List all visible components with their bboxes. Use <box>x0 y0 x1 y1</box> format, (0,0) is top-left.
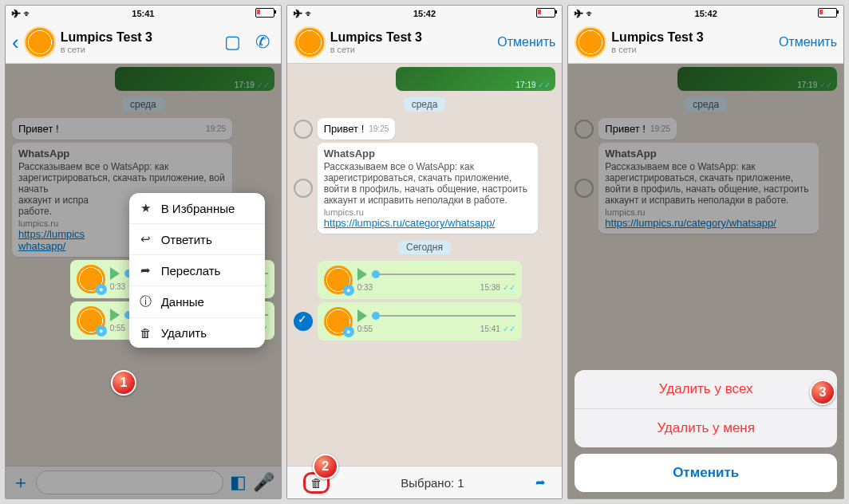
greeting-message[interactable]: Привет !19:25 <box>318 118 396 140</box>
day-separator: среда <box>122 97 164 112</box>
image-message[interactable]: 17:19 ✓✓ <box>396 67 555 91</box>
link[interactable]: https://lumpics whatsapp/ <box>18 228 85 252</box>
avatar[interactable] <box>575 26 606 58</box>
mic-icon: ● <box>96 325 107 337</box>
step-badge-1: 1 <box>111 370 136 396</box>
mic-icon: ● <box>343 326 354 337</box>
play-icon[interactable] <box>357 268 367 281</box>
forward-icon: ➦ <box>139 263 153 278</box>
select-radio[interactable] <box>575 179 594 198</box>
menu-delete[interactable]: 🗑Удалить <box>129 318 265 348</box>
sheet-cancel[interactable]: Отменить <box>575 454 837 492</box>
link[interactable]: https://lumpics.ru/category/whatsapp/ <box>324 217 496 229</box>
screen-3: ✈ ᯤ 15:42 Lumpics Test 3 в сети Отменить… <box>567 5 844 499</box>
image-message[interactable]: 17:19 ✓✓ <box>677 67 837 91</box>
camera-icon[interactable]: ◧ <box>230 472 247 493</box>
voice-avatar: ● <box>324 307 353 336</box>
status-bar: ✈ ᯤ 15:41 <box>6 6 281 22</box>
chat-header: ‹ Lumpics Test 3 в сети ▢ ✆ <box>6 22 281 64</box>
select-radio[interactable] <box>294 179 313 198</box>
contact-title[interactable]: Lumpics Test 3 в сети <box>330 30 493 54</box>
chat-area: 17:19 ✓✓ среда Привет !19:25 WhatsApp Ра… <box>287 64 563 466</box>
contact-title[interactable]: Lumpics Test 3 в сети <box>61 30 215 54</box>
info-icon: ⓘ <box>139 294 153 309</box>
input-bar: ＋ ◧ 🎤 <box>6 466 281 498</box>
reply-icon: ↩ <box>139 232 153 246</box>
text-input[interactable] <box>36 471 223 494</box>
select-radio[interactable] <box>575 120 594 139</box>
mic-icon: ● <box>343 285 354 296</box>
select-radio-checked[interactable] <box>294 312 313 331</box>
status-bar: ✈ ᯤ 15:42 <box>568 6 843 22</box>
cancel-button[interactable]: Отменить <box>497 35 555 49</box>
greeting-message[interactable]: Привет !19:25 <box>12 118 232 140</box>
menu-favorite[interactable]: ★В Избранные <box>129 193 265 224</box>
select-radio[interactable] <box>294 120 313 139</box>
day-separator: Сегодня <box>398 240 451 254</box>
menu-forward[interactable]: ➦Переслать <box>129 255 265 286</box>
link-preview-message[interactable]: WhatsApp Рассказываем все о WatsApp: как… <box>598 143 819 234</box>
mic-button-icon[interactable]: 🎤 <box>253 472 274 493</box>
status-bar: ✈ ᯤ 15:42 <box>287 6 563 22</box>
trash-icon: 🗑 <box>139 326 153 340</box>
voice-avatar: ● <box>324 266 353 294</box>
screen-1: ✈ ᯤ 15:41 ‹ Lumpics Test 3 в сети ▢ ✆ 17… <box>5 5 282 499</box>
link-preview-message[interactable]: WhatsApp Рассказываем все о WatsApp: как… <box>318 143 538 234</box>
voice-avatar: ● <box>77 265 105 293</box>
chat-header: Lumpics Test 3 в сети Отменить <box>287 22 563 64</box>
selected-count: Выбрано: 1 <box>401 476 464 490</box>
voice-message-2[interactable]: ● 0:5515:41 ✓✓ <box>318 302 522 341</box>
play-icon[interactable] <box>110 309 120 321</box>
avatar[interactable] <box>24 26 56 58</box>
clock: 15:42 <box>568 9 843 18</box>
cancel-button[interactable]: Отменить <box>779 35 837 49</box>
clock: 15:41 <box>6 9 281 18</box>
video-call-icon[interactable]: ▢ <box>224 32 241 53</box>
action-sheet: Удалить у всех Удалить у меня Отменить <box>575 370 837 492</box>
step-badge-2: 2 <box>313 454 338 479</box>
battery-icon <box>536 8 555 18</box>
screen-2: ✈ ᯤ 15:42 Lumpics Test 3 в сети Отменить… <box>286 5 563 499</box>
voice-avatar: ● <box>77 306 105 335</box>
play-icon[interactable] <box>110 267 120 280</box>
battery-icon <box>818 8 837 18</box>
menu-reply[interactable]: ↩Ответить <box>129 224 265 255</box>
attach-icon[interactable]: ＋ <box>12 471 30 494</box>
day-separator: среда <box>404 97 446 112</box>
avatar[interactable] <box>294 26 326 58</box>
mic-icon: ● <box>96 284 107 295</box>
play-icon[interactable] <box>357 309 367 322</box>
context-menu: ★В Избранные ↩Ответить ➦Переслать ⓘДанны… <box>129 193 265 348</box>
star-icon: ★ <box>139 201 153 215</box>
delete-for-everyone[interactable]: Удалить у всех <box>575 370 837 409</box>
back-icon[interactable]: ‹ <box>12 30 19 55</box>
step-badge-3: 3 <box>810 380 835 405</box>
forward-selected-icon[interactable]: ➦ <box>535 475 546 490</box>
voice-message-1[interactable]: ● 0:3315:38 ✓✓ <box>318 261 522 299</box>
menu-info[interactable]: ⓘДанные <box>129 286 265 318</box>
voice-call-icon[interactable]: ✆ <box>255 32 270 53</box>
image-message[interactable]: 17:19 ✓✓ <box>115 67 274 91</box>
day-separator: среда <box>685 97 727 112</box>
battery-icon <box>255 8 274 18</box>
chat-header: Lumpics Test 3 в сети Отменить <box>568 22 843 64</box>
delete-for-me[interactable]: Удалить у меня <box>575 409 837 447</box>
link[interactable]: https://lumpics.ru/category/whatsapp/ <box>605 217 776 229</box>
contact-title[interactable]: Lumpics Test 3 в сети <box>611 30 774 54</box>
clock: 15:42 <box>287 9 563 18</box>
greeting-message[interactable]: Привет !19:25 <box>598 118 677 140</box>
